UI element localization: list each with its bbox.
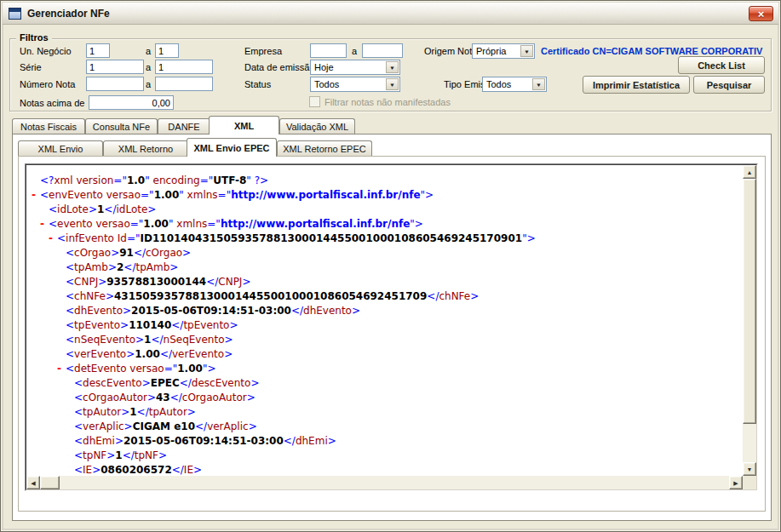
chevron-down-icon: ▼ <box>524 49 530 54</box>
data-emissao-dropdown-button[interactable]: ▼ <box>386 61 399 73</box>
data-emissao-value: Hoje <box>314 62 334 72</box>
xml-collapse-icon[interactable]: - <box>40 217 49 232</box>
imprimir-estatistica-button-label: Imprimir Estatística <box>593 80 680 90</box>
app-window: Gerenciador NFe × Filtros Un. Negócio a … <box>0 0 781 532</box>
vertical-scrollbar[interactable]: ▲ ▼ <box>743 165 756 476</box>
empresa-to-input[interactable] <box>362 43 403 58</box>
tipo-emissao-value: Todos <box>486 79 511 89</box>
range-separator: a <box>146 79 151 89</box>
status-value: Todos <box>314 79 339 89</box>
serie-label: Série <box>20 62 42 72</box>
xml-collapse-icon[interactable]: - <box>57 362 66 376</box>
notas-acima-input[interactable] <box>89 95 174 110</box>
xml-line: -<envEvento versao="1.00" xmlns="http://… <box>32 188 739 203</box>
status-dropdown-button[interactable]: ▼ <box>386 78 399 90</box>
tipo-emissao-dropdown[interactable]: Todos ▼ <box>482 77 547 92</box>
un-negocio-label: Un. Negócio <box>20 46 72 56</box>
xml-line: <verAplic>CIGAM e10</verAplic> <box>66 420 739 434</box>
chevron-down-icon: ▼ <box>389 65 395 70</box>
range-separator: a <box>352 46 357 56</box>
xml-line: <nSeqEvento>1</nSeqEvento> <box>57 333 739 347</box>
tab-xml-retorno-epec[interactable]: XML Retorno EPEC <box>277 140 372 156</box>
xml-content: <?xml version="1.0" encoding="UTF-8" ?>-… <box>26 165 743 476</box>
tab-xml[interactable]: XML <box>209 116 279 134</box>
notas-acima-label: Notas acima de <box>20 98 84 108</box>
range-separator: a <box>146 62 151 72</box>
tab-xml-envio[interactable]: XML Envio <box>18 140 103 156</box>
xml-line: <dhEmi>2015-05-06T09:14:51-03:00</dhEmi> <box>66 434 739 449</box>
tab-danfe[interactable]: DANFE <box>158 118 210 134</box>
scroll-up-icon[interactable]: ▲ <box>743 165 756 179</box>
xml-line: <tpAutor>1</tpAutor> <box>66 405 739 420</box>
check-list-button[interactable]: Check List <box>678 56 765 74</box>
empresa-from-input[interactable] <box>310 43 347 58</box>
un-negocio-to-input[interactable] <box>155 43 179 58</box>
close-icon: × <box>758 9 765 20</box>
data-emissao-label: Data de emissão <box>244 62 315 72</box>
titlebar[interactable]: Gerenciador NFe × <box>3 3 778 25</box>
chevron-down-icon: ▼ <box>536 82 542 87</box>
check-list-button-label: Check List <box>698 60 745 71</box>
serie-to-input[interactable] <box>155 60 213 74</box>
un-negocio-from-input[interactable] <box>86 43 110 58</box>
xml-line: <idLote>1</idLote> <box>40 203 739 217</box>
tab-notas-fiscais[interactable]: Notas Fiscais <box>12 118 85 134</box>
status-dropdown[interactable]: Todos ▼ <box>310 77 400 92</box>
chevron-down-icon: ▼ <box>389 82 395 87</box>
tab-consulta-nfe[interactable]: Consulta NFe <box>85 118 158 134</box>
tab-label: DANFE <box>168 122 199 132</box>
serie-from-input[interactable] <box>86 60 144 74</box>
tab-xml-retorno[interactable]: XML Retorno <box>103 140 188 156</box>
pesquisar-button[interactable]: Pesquisar <box>693 76 765 94</box>
pesquisar-button-label: Pesquisar <box>707 80 752 90</box>
scrollbar-corner <box>743 476 756 489</box>
tab-validacao-xml[interactable]: Validação XML <box>279 118 355 134</box>
scroll-left-icon[interactable]: ◀ <box>26 476 40 489</box>
tab-label: XML Envio EPEC <box>193 143 269 153</box>
status-label: Status <box>244 79 271 89</box>
window-title: Gerenciador NFe <box>27 8 110 20</box>
xml-line: -<detEvento versao="1.00"> <box>57 362 739 376</box>
xml-viewer: <?xml version="1.0" encoding="UTF-8" ?>-… <box>25 163 758 491</box>
horizontal-scrollbar[interactable]: ◀ ▶ <box>26 476 743 489</box>
xml-line: <cOrgao>91</cOrgao> <box>57 246 739 260</box>
numero-nota-label: Número Nota <box>20 79 75 89</box>
xml-line: <?xml version="1.0" encoding="UTF-8" ?> <box>32 174 739 188</box>
tab-label: Validação XML <box>286 122 348 132</box>
xml-collapse-icon[interactable]: - <box>32 188 40 203</box>
data-emissao-dropdown[interactable]: Hoje ▼ <box>310 60 400 75</box>
certificate-text: Certificado CN=CIGAM SOFTWARE CORPORATIV <box>541 46 772 56</box>
xml-line: <descEvento>EPEC</descEvento> <box>66 376 739 391</box>
xml-line: <cOrgaoAutor>43</cOrgaoAutor> <box>66 391 739 405</box>
close-button[interactable]: × <box>749 6 773 21</box>
xml-collapse-icon[interactable]: - <box>49 232 57 246</box>
manifest-checkbox <box>309 96 320 107</box>
scroll-right-icon[interactable]: ▶ <box>729 476 743 489</box>
tab-label: Notas Fiscais <box>20 122 77 132</box>
tab-label: XML Retorno <box>118 144 173 154</box>
numero-nota-to-input[interactable] <box>155 77 213 91</box>
range-separator: a <box>146 46 151 56</box>
tipo-emissao-dropdown-button[interactable]: ▼ <box>532 78 545 90</box>
imprimir-estatistica-button[interactable]: Imprimir Estatística <box>583 76 690 94</box>
app-icon[interactable] <box>9 8 21 20</box>
xml-line: <tpNF>1</tpNF> <box>66 449 739 463</box>
origem-dropdown-button[interactable]: ▼ <box>520 45 533 57</box>
vertical-scroll-thumb[interactable] <box>743 179 756 424</box>
numero-nota-from-input[interactable] <box>86 77 144 91</box>
xml-viewer-inner: <?xml version="1.0" encoding="UTF-8" ?>-… <box>26 164 757 490</box>
horizontal-scroll-thumb[interactable] <box>40 476 60 489</box>
xml-line: <chNFe>431505935788130001445500100010860… <box>57 289 739 304</box>
empresa-label: Empresa <box>244 46 282 56</box>
tab-label: XML Envio <box>38 144 83 154</box>
origem-nota-label: Origem Nota <box>424 46 477 56</box>
tab-xml-envio-epec[interactable]: XML Envio EPEC <box>187 138 277 157</box>
xml-line: <tpEvento>110140</tpEvento> <box>57 318 739 333</box>
xml-line: -<infEvento Id="ID1101404315059357881300… <box>49 232 739 246</box>
xml-line: <CNPJ>93578813000144</CNPJ> <box>57 275 739 289</box>
tab-label: XML Retorno EPEC <box>283 144 365 154</box>
scroll-down-icon[interactable]: ▼ <box>743 462 756 476</box>
origem-nota-dropdown[interactable]: Própria ▼ <box>472 43 535 59</box>
manifest-checkbox-label: Filtrar notas não manifestadas <box>324 97 451 107</box>
xml-line: <IE>0860206572</IE> <box>66 463 739 476</box>
